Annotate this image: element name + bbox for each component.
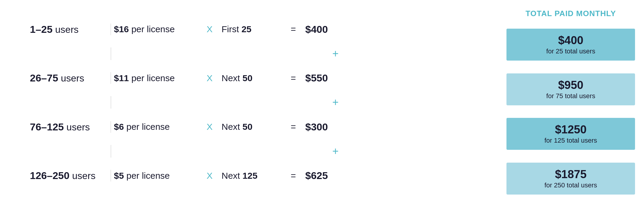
plus-sign-1: + [306, 47, 365, 60]
pricing-table: 1–25 users $16 per license X First 25 = … [0, 6, 500, 199]
range-label-3: users [64, 122, 90, 132]
x-1: X [198, 24, 222, 34]
plus-sign-2: + [306, 96, 365, 109]
range-label-1: users [53, 24, 79, 35]
card-desc-2: for 75 total users [512, 92, 629, 100]
eq-4: = [281, 171, 305, 181]
card-amount-4: $1875 [512, 168, 629, 181]
count-label-2: Next [222, 73, 242, 83]
count-label-3: Next [222, 122, 242, 132]
price-3: $6 per license [114, 122, 198, 132]
total-card-3: $1250 for 125 total users [506, 118, 635, 150]
count-num-1: 25 [242, 24, 251, 34]
divider-1 [111, 24, 111, 35]
card-desc-4: for 250 total users [512, 181, 629, 189]
range-num-1: 1–25 [30, 24, 53, 35]
count-1: First 25 [222, 24, 281, 34]
range-1: 1–25 users [30, 24, 108, 35]
count-num-2: 50 [242, 73, 252, 83]
total-card-4: $1875 for 250 total users [506, 163, 635, 195]
count-4: Next 125 [222, 171, 281, 181]
right-panel: TOTAL PAID MONTHLY $400 for 25 total use… [500, 6, 644, 199]
price-label-4: per license [124, 171, 170, 181]
count-label-1: First [222, 24, 242, 34]
card-desc-1: for 25 total users [512, 47, 629, 55]
total-2: $550 [305, 72, 365, 84]
plus-row-2: + [30, 95, 483, 109]
range-2: 26–75 users [30, 72, 108, 84]
range-num-3: 76–125 [30, 121, 64, 132]
price-num-4: $5 [114, 171, 124, 181]
divider-3 [111, 121, 111, 133]
price-label-3: per license [124, 122, 170, 132]
price-2: $11 per license [114, 73, 198, 83]
count-3: Next 50 [222, 122, 281, 132]
total-3: $300 [305, 121, 365, 133]
pricing-row-3: 76–125 users $6 per license X Next 50 = … [30, 116, 483, 138]
total-card-1: $400 for 25 total users [506, 29, 635, 61]
range-label-4: users [69, 170, 95, 181]
total-1: $400 [305, 24, 365, 35]
count-num-3: 50 [242, 122, 252, 132]
range-label-2: users [58, 73, 84, 84]
range-num-2: 26–75 [30, 72, 58, 84]
page-container: 1–25 users $16 per license X First 25 = … [0, 0, 644, 205]
price-num-1: $16 [114, 24, 129, 34]
card-amount-3: $1250 [512, 123, 629, 136]
price-label-1: per license [129, 24, 175, 34]
price-label-2: per license [129, 73, 175, 83]
price-num-3: $6 [114, 122, 124, 132]
eq-2: = [281, 73, 305, 83]
divider-4 [111, 170, 111, 181]
plus-row-3: + [30, 144, 483, 158]
plus-row-1: + [30, 47, 483, 61]
range-4: 126–250 users [30, 170, 108, 181]
plus-sign-3: + [306, 145, 365, 158]
x-2: X [198, 73, 222, 83]
panel-header: TOTAL PAID MONTHLY [506, 6, 635, 24]
price-4: $5 per license [114, 171, 198, 181]
range-3: 76–125 users [30, 121, 108, 133]
total-4: $625 [305, 170, 365, 181]
card-amount-1: $400 [512, 34, 629, 47]
pricing-row-1: 1–25 users $16 per license X First 25 = … [30, 18, 483, 41]
count-label-4: Next [222, 171, 242, 181]
price-num-2: $11 [114, 73, 129, 83]
price-1: $16 per license [114, 24, 198, 34]
pricing-row-4: 126–250 users $5 per license X Next 125 … [30, 164, 483, 187]
total-card-2: $950 for 75 total users [506, 73, 635, 105]
eq-3: = [281, 122, 305, 132]
card-desc-3: for 125 total users [512, 137, 629, 144]
card-amount-2: $950 [512, 79, 629, 92]
count-2: Next 50 [222, 73, 281, 83]
eq-1: = [281, 24, 305, 34]
divider-2 [111, 72, 111, 84]
count-num-4: 125 [242, 171, 257, 181]
x-3: X [198, 122, 222, 132]
total-cards: $400 for 25 total users $950 for 75 tota… [506, 24, 635, 199]
x-4: X [198, 171, 222, 181]
pricing-row-2: 26–75 users $11 per license X Next 50 = … [30, 67, 483, 89]
range-num-4: 126–250 [30, 170, 69, 181]
